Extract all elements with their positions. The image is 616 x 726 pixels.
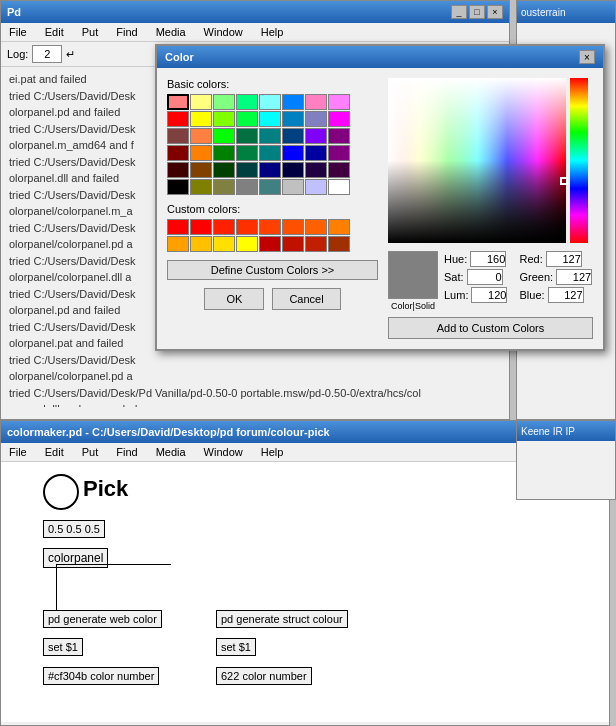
basic-color-cell[interactable] [190, 179, 212, 195]
basic-color-cell[interactable] [259, 179, 281, 195]
basic-color-cell[interactable] [236, 145, 258, 161]
menu-file[interactable]: File [5, 25, 31, 39]
custom-color-cell[interactable] [282, 219, 304, 235]
menu-window[interactable]: Window [200, 25, 247, 39]
basic-color-cell[interactable] [236, 162, 258, 178]
basic-color-cell[interactable] [167, 145, 189, 161]
cmenu-window[interactable]: Window [200, 445, 247, 459]
basic-color-cell[interactable] [305, 111, 327, 127]
basic-color-cell[interactable] [328, 162, 350, 178]
basic-color-cell[interactable] [190, 162, 212, 178]
red-input[interactable] [546, 251, 582, 267]
custom-color-cell[interactable] [236, 219, 258, 235]
custom-color-cell[interactable] [213, 236, 235, 252]
basic-color-cell[interactable] [236, 94, 258, 110]
cmenu-file[interactable]: File [5, 445, 31, 459]
basic-color-cell[interactable] [328, 94, 350, 110]
basic-color-cell[interactable] [259, 111, 281, 127]
basic-color-cell[interactable] [328, 179, 350, 195]
cmenu-put[interactable]: Put [78, 445, 103, 459]
menu-media[interactable]: Media [152, 25, 190, 39]
basic-color-cell[interactable] [213, 145, 235, 161]
colorpanel-object[interactable]: colorpanel [43, 548, 108, 568]
add-to-custom-colors-button[interactable]: Add to Custom Colors [388, 317, 593, 339]
sat-input[interactable] [467, 269, 503, 285]
gen-struct-object[interactable]: pd generate struct colour [216, 610, 348, 628]
set-sl1-object[interactable]: set $1 [43, 638, 83, 656]
custom-color-cell[interactable] [305, 236, 327, 252]
basic-color-cell[interactable] [236, 179, 258, 195]
basic-color-cell[interactable] [305, 162, 327, 178]
basic-color-cell[interactable] [213, 111, 235, 127]
custom-color-cell[interactable] [190, 219, 212, 235]
blue-input[interactable] [548, 287, 584, 303]
basic-color-cell[interactable] [167, 179, 189, 195]
basic-color-cell[interactable] [282, 111, 304, 127]
basic-color-cell[interactable] [213, 94, 235, 110]
green-input[interactable] [556, 269, 592, 285]
custom-color-cell[interactable] [328, 219, 350, 235]
basic-color-cell[interactable] [282, 179, 304, 195]
hue-input[interactable] [470, 251, 506, 267]
menu-find[interactable]: Find [112, 25, 141, 39]
custom-color-cell[interactable] [236, 236, 258, 252]
basic-color-cell[interactable] [167, 94, 189, 110]
basic-color-cell[interactable] [190, 111, 212, 127]
basic-color-cell[interactable] [328, 128, 350, 144]
basic-color-cell[interactable] [282, 128, 304, 144]
custom-color-cell[interactable] [305, 219, 327, 235]
basic-color-cell[interactable] [282, 162, 304, 178]
value-box[interactable]: 0.5 0.5 0.5 [43, 520, 105, 538]
close-button[interactable]: × [487, 5, 503, 19]
set-sl2-object[interactable]: set $1 [216, 638, 256, 656]
cancel-button[interactable]: Cancel [272, 288, 340, 310]
basic-color-cell[interactable] [167, 162, 189, 178]
cmenu-edit[interactable]: Edit [41, 445, 68, 459]
maximize-button[interactable]: □ [469, 5, 485, 19]
ok-button[interactable]: OK [204, 288, 264, 310]
bang-object[interactable] [43, 474, 79, 510]
custom-color-cell[interactable] [259, 219, 281, 235]
minimize-button[interactable]: _ [451, 5, 467, 19]
basic-color-cell[interactable] [213, 128, 235, 144]
cmenu-help[interactable]: Help [257, 445, 288, 459]
basic-color-cell[interactable] [328, 145, 350, 161]
basic-color-cell[interactable] [282, 145, 304, 161]
basic-color-cell[interactable] [259, 128, 281, 144]
color-num1-object[interactable]: #cf304b color number [43, 667, 159, 685]
color-spectrum[interactable] [388, 78, 588, 243]
basic-color-cell[interactable] [305, 128, 327, 144]
basic-color-cell[interactable] [282, 94, 304, 110]
gen-web-object[interactable]: pd generate web color [43, 610, 162, 628]
basic-color-cell[interactable] [190, 128, 212, 144]
basic-color-cell[interactable] [305, 179, 327, 195]
custom-color-cell[interactable] [167, 236, 189, 252]
basic-color-cell[interactable] [213, 162, 235, 178]
lum-input[interactable] [471, 287, 507, 303]
basic-color-cell[interactable] [305, 145, 327, 161]
custom-color-cell[interactable] [328, 236, 350, 252]
cmenu-media[interactable]: Media [152, 445, 190, 459]
dialog-close-button[interactable]: × [579, 50, 595, 64]
basic-color-cell[interactable] [167, 128, 189, 144]
menu-help[interactable]: Help [257, 25, 288, 39]
basic-color-cell[interactable] [259, 145, 281, 161]
basic-color-cell[interactable] [305, 94, 327, 110]
basic-color-cell[interactable] [236, 128, 258, 144]
menu-edit[interactable]: Edit [41, 25, 68, 39]
basic-color-cell[interactable] [213, 179, 235, 195]
basic-color-cell[interactable] [167, 111, 189, 127]
color-num2-object[interactable]: 622 color number [216, 667, 312, 685]
custom-color-cell[interactable] [282, 236, 304, 252]
custom-color-cell[interactable] [259, 236, 281, 252]
log-input[interactable] [32, 45, 62, 63]
basic-color-cell[interactable] [259, 94, 281, 110]
cmenu-find[interactable]: Find [112, 445, 141, 459]
custom-color-cell[interactable] [190, 236, 212, 252]
custom-color-cell[interactable] [213, 219, 235, 235]
basic-color-cell[interactable] [236, 111, 258, 127]
basic-color-cell[interactable] [190, 145, 212, 161]
custom-color-cell[interactable] [167, 219, 189, 235]
define-custom-colors-button[interactable]: Define Custom Colors >> [167, 260, 378, 280]
menu-put[interactable]: Put [78, 25, 103, 39]
